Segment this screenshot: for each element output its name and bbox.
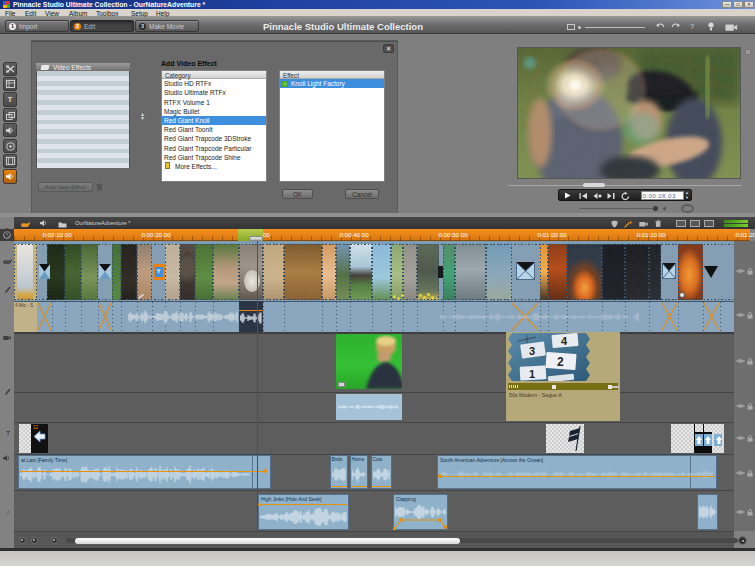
svg-text:1: 1 xyxy=(529,368,535,380)
svg-text:2: 2 xyxy=(557,355,564,369)
svg-text:3: 3 xyxy=(529,345,535,357)
svg-text:4: 4 xyxy=(561,335,568,347)
